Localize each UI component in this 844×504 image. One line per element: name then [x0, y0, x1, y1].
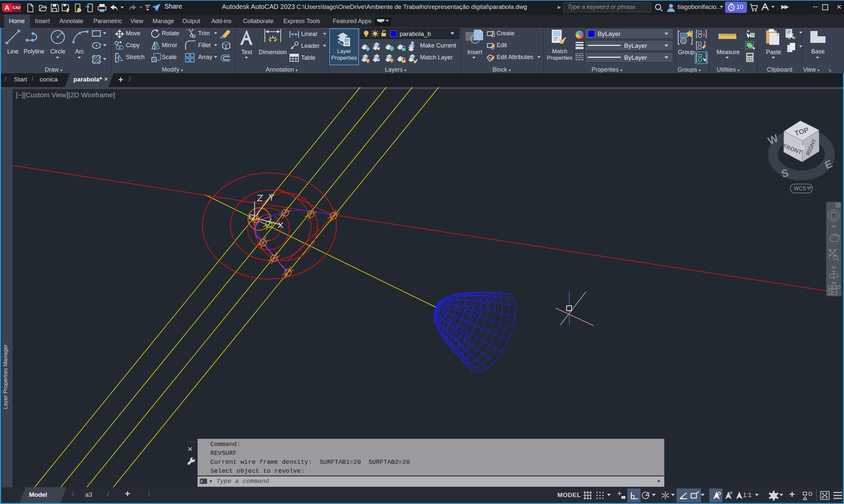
svg-text:WCS: WCS — [794, 186, 806, 191]
